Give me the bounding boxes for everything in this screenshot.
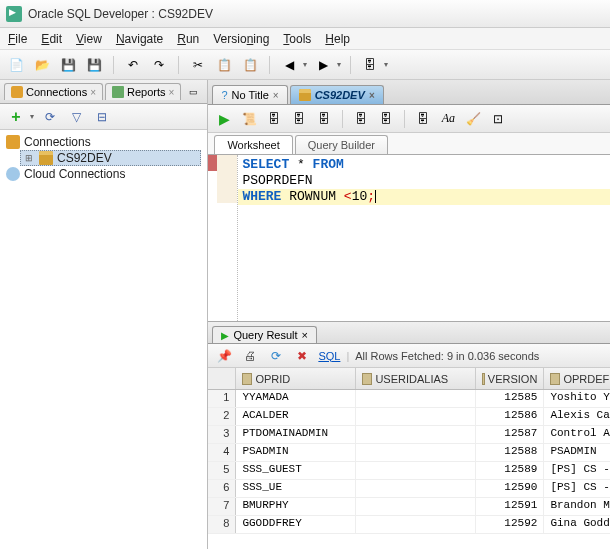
menu-tools[interactable]: Tools bbox=[283, 32, 311, 46]
back-button[interactable]: ◀ bbox=[279, 55, 299, 75]
cell-version[interactable]: 12587 bbox=[476, 426, 544, 443]
new-connection-button[interactable]: + bbox=[6, 107, 26, 127]
tab-query-builder[interactable]: Query Builder bbox=[295, 135, 388, 154]
tree-cloud-node[interactable]: Cloud Connections bbox=[6, 166, 201, 182]
close-icon[interactable]: × bbox=[369, 90, 375, 101]
table-row[interactable]: 4PSADMIN12588PSADMIN bbox=[208, 444, 610, 462]
close-icon[interactable]: × bbox=[273, 90, 279, 101]
sql-button[interactable]: 🗄 bbox=[360, 55, 380, 75]
cell-oprid[interactable]: PTDOMAINADMIN bbox=[236, 426, 356, 443]
cell-version[interactable]: 12588 bbox=[476, 444, 544, 461]
cell-oprid[interactable]: BMURPHY bbox=[236, 498, 356, 515]
cell-oprid[interactable]: SSS_GUEST bbox=[236, 462, 356, 479]
close-icon[interactable]: × bbox=[302, 329, 308, 341]
cell-version[interactable]: 12586 bbox=[476, 408, 544, 425]
cut-button[interactable]: ✂ bbox=[188, 55, 208, 75]
refresh-button[interactable]: ⟳ bbox=[266, 346, 286, 366]
cell-oprid[interactable]: SSS_UE bbox=[236, 480, 356, 497]
save-button[interactable]: 💾 bbox=[58, 55, 78, 75]
cell-useridalias[interactable] bbox=[356, 516, 476, 533]
cell-useridalias[interactable] bbox=[356, 390, 476, 407]
forward-button[interactable]: ▶ bbox=[313, 55, 333, 75]
row-number-header[interactable] bbox=[208, 368, 236, 389]
history-button[interactable]: ⊡ bbox=[488, 109, 508, 129]
cell-version[interactable]: 12591 bbox=[476, 498, 544, 515]
cell-oprid[interactable]: PSADMIN bbox=[236, 444, 356, 461]
table-row[interactable]: 7BMURPHY12591Brandon Mu bbox=[208, 498, 610, 516]
collapse-button[interactable]: ⊟ bbox=[92, 107, 112, 127]
cell-oprdefnd[interactable]: Alexis Cald bbox=[544, 408, 610, 425]
open-button[interactable]: 📂 bbox=[32, 55, 52, 75]
close-icon[interactable]: × bbox=[90, 87, 96, 98]
cell-oprdefnd[interactable]: [PS] CS - G bbox=[544, 462, 610, 479]
commit-button[interactable]: 🗄 bbox=[351, 109, 371, 129]
tree-db-node[interactable]: ⊞ CS92DEV bbox=[20, 150, 201, 166]
undo-button[interactable]: ↶ bbox=[123, 55, 143, 75]
menu-run[interactable]: Run bbox=[177, 32, 199, 46]
tab-cs92dev[interactable]: CS92DEV × bbox=[290, 85, 384, 104]
cell-useridalias[interactable] bbox=[356, 480, 476, 497]
table-row[interactable]: 2ACALDER12586Alexis Cald bbox=[208, 408, 610, 426]
menu-navigate[interactable]: Navigate bbox=[116, 32, 163, 46]
run-script-button[interactable]: 📜 bbox=[239, 109, 259, 129]
save-all-button[interactable]: 💾 bbox=[84, 55, 104, 75]
cell-version[interactable]: 12585 bbox=[476, 390, 544, 407]
cell-useridalias[interactable] bbox=[356, 498, 476, 515]
refresh-button[interactable]: ⟳ bbox=[40, 107, 60, 127]
cancel-button[interactable]: ✖ bbox=[292, 346, 312, 366]
redo-button[interactable]: ↷ bbox=[149, 55, 169, 75]
menu-help[interactable]: Help bbox=[325, 32, 350, 46]
sql-tuning-button[interactable]: 🗄 bbox=[314, 109, 334, 129]
clear-button[interactable]: 🧹 bbox=[463, 109, 483, 129]
cell-version[interactable]: 12589 bbox=[476, 462, 544, 479]
tab-reports[interactable]: Reports × bbox=[105, 83, 181, 100]
column-header[interactable]: USERIDALIAS bbox=[356, 368, 476, 389]
paste-button[interactable]: 📋 bbox=[240, 55, 260, 75]
cell-oprdefnd[interactable]: [PS] CS - S bbox=[544, 480, 610, 497]
cell-oprdefnd[interactable]: PSADMIN bbox=[544, 444, 610, 461]
explain-plan-button[interactable]: 🗄 bbox=[264, 109, 284, 129]
chevron-down-icon[interactable]: ▾ bbox=[384, 60, 388, 69]
cell-oprid[interactable]: YYAMADA bbox=[236, 390, 356, 407]
menu-versioning[interactable]: Versioning bbox=[213, 32, 269, 46]
table-row[interactable]: 1YYAMADA12585Yoshito Yar bbox=[208, 390, 610, 408]
cell-oprdefnd[interactable]: Gina Goddre bbox=[544, 516, 610, 533]
cell-useridalias[interactable] bbox=[356, 444, 476, 461]
sql-text[interactable]: SELECT * FROM PSOPRDEFN WHERE ROWNUM <10… bbox=[242, 157, 376, 205]
cell-oprdefnd[interactable]: Brandon Mu bbox=[544, 498, 610, 515]
run-button[interactable]: ▶ bbox=[214, 109, 234, 129]
column-header[interactable]: OPRID bbox=[236, 368, 356, 389]
table-row[interactable]: 6SSS_UE12590[PS] CS - S bbox=[208, 480, 610, 498]
print-button[interactable]: 🖨 bbox=[240, 346, 260, 366]
cell-useridalias[interactable] bbox=[356, 462, 476, 479]
cell-useridalias[interactable] bbox=[356, 426, 476, 443]
cell-oprid[interactable]: GGODDFREY bbox=[236, 516, 356, 533]
cell-oprid[interactable]: ACALDER bbox=[236, 408, 356, 425]
rollback-button[interactable]: 🗄 bbox=[376, 109, 396, 129]
column-header[interactable]: OPRDEFND bbox=[544, 368, 610, 389]
unshared-worksheet-button[interactable]: 🗄 bbox=[413, 109, 433, 129]
chevron-down-icon[interactable]: ▾ bbox=[30, 112, 34, 121]
sql-link[interactable]: SQL bbox=[318, 350, 340, 362]
chevron-down-icon[interactable]: ▾ bbox=[337, 60, 341, 69]
table-row[interactable]: 8GGODDFREY12592Gina Goddre bbox=[208, 516, 610, 534]
chevron-down-icon[interactable]: ▾ bbox=[303, 60, 307, 69]
pin-button[interactable]: 📌 bbox=[214, 346, 234, 366]
tab-connections[interactable]: Connections × bbox=[4, 83, 103, 100]
minimize-panel-button[interactable]: ▭ bbox=[183, 82, 203, 102]
tab-notitle[interactable]: ? No Title × bbox=[212, 85, 287, 104]
cell-oprdefnd[interactable]: Yoshito Yar bbox=[544, 390, 610, 407]
close-icon[interactable]: × bbox=[169, 87, 175, 98]
cell-version[interactable]: 12590 bbox=[476, 480, 544, 497]
menu-file[interactable]: File bbox=[8, 32, 27, 46]
expand-icon[interactable]: ⊞ bbox=[23, 153, 35, 163]
sql-editor[interactable]: SELECT * FROM PSOPRDEFN WHERE ROWNUM <10… bbox=[208, 155, 610, 321]
table-row[interactable]: 5SSS_GUEST12589[PS] CS - G bbox=[208, 462, 610, 480]
autotrace-button[interactable]: 🗄 bbox=[289, 109, 309, 129]
cell-useridalias[interactable] bbox=[356, 408, 476, 425]
cell-oprdefnd[interactable]: Control App bbox=[544, 426, 610, 443]
filter-button[interactable]: ▽ bbox=[66, 107, 86, 127]
table-row[interactable]: 3PTDOMAINADMIN12587Control App bbox=[208, 426, 610, 444]
tree-root[interactable]: Connections bbox=[6, 134, 201, 150]
tab-query-result[interactable]: ▶ Query Result × bbox=[212, 326, 317, 343]
